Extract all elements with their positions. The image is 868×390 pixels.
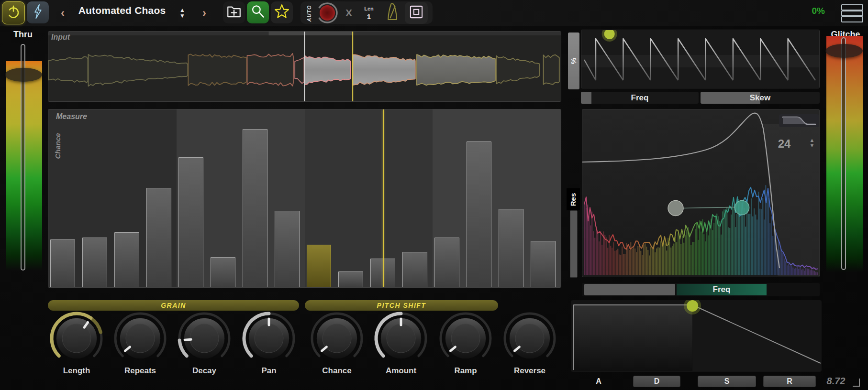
record-button[interactable] (316, 1, 339, 24)
percent-label: % (570, 58, 578, 64)
chance-axis-label: Chance (54, 125, 62, 168)
lfo-waveform (581, 30, 819, 88)
resonance-label-box: Res (567, 188, 580, 210)
clear-button[interactable]: X (342, 6, 356, 20)
glitche-fader-handle[interactable] (825, 44, 863, 58)
plugin-window: ‹ Automated Chaos ▲ ▼ › AUTO (0, 0, 868, 390)
folder-plus-icon (226, 3, 242, 22)
knob-pan[interactable]: Pan (239, 311, 299, 380)
metronome-button[interactable] (383, 2, 403, 23)
search-icon (250, 3, 266, 22)
waveform (48, 32, 561, 101)
env-attack-label[interactable]: A (590, 376, 608, 387)
knob-chance[interactable]: Chance (307, 311, 367, 380)
spinner-down-icon: ▼ (179, 13, 185, 19)
grain-section-header: GRAIN (48, 300, 299, 311)
filter-freq-slider[interactable]: Freq (582, 283, 820, 296)
env-release-slider[interactable]: R (763, 376, 816, 387)
lfo-skew-slider[interactable]: Skew (701, 92, 820, 104)
input-waveform-display[interactable]: Input (48, 31, 561, 102)
knob-length[interactable]: Length (47, 311, 106, 380)
chance-bar[interactable] (499, 209, 523, 287)
next-preset-button[interactable]: › (198, 4, 211, 22)
chance-step-editor[interactable]: Measure Chance (48, 109, 561, 288)
chance-bar[interactable] (275, 211, 300, 287)
browse-presets-button[interactable] (247, 1, 269, 23)
menu-button[interactable] (841, 3, 863, 23)
env-value[interactable]: 8.72 (822, 376, 850, 387)
record-icon (316, 18, 339, 26)
chance-bar[interactable] (114, 232, 139, 287)
star-icon (273, 3, 290, 22)
lfo-display[interactable] (581, 30, 820, 88)
len-value: 1 (367, 12, 371, 21)
filter-freq-fill (584, 284, 675, 295)
env-sustain-slider[interactable]: S (698, 376, 756, 387)
lowpass-slope-icon[interactable] (779, 114, 819, 127)
env-decay-slider[interactable]: D (633, 376, 680, 387)
lightning-icon (31, 3, 45, 22)
power-icon (5, 4, 22, 22)
filter-slope-spinner[interactable]: ▲ ▼ (807, 138, 817, 148)
chance-bar[interactable] (467, 141, 491, 287)
cpu-usage: 0% (796, 6, 825, 16)
lfo-skew-label: Skew (701, 92, 820, 104)
spinner-up-icon: ▲ (179, 8, 185, 13)
chance-bar[interactable] (50, 239, 75, 287)
preset-spinner[interactable]: ▲ ▼ (176, 3, 189, 23)
envelope-display[interactable] (571, 300, 822, 372)
lfo-amount-slider[interactable]: % (568, 32, 579, 89)
knob-label: Ramp (436, 366, 495, 376)
chance-bar[interactable] (338, 271, 363, 287)
len-label: Len (364, 6, 374, 11)
preset-name[interactable]: Automated Chaos (72, 5, 172, 16)
chart-playhead (383, 109, 384, 287)
text-cursor-icon (853, 379, 860, 387)
square-in-square-icon (407, 3, 425, 23)
chevron-left-icon: ‹ (61, 6, 65, 20)
toolbar: ‹ Automated Chaos ▲ ▼ › AUTO (0, 0, 868, 26)
lfo-freq-label: Freq (581, 92, 699, 104)
pitch-shift-section-header: PITCH SHIFT (305, 300, 498, 311)
thru-fader-handle[interactable] (5, 68, 42, 82)
prev-preset-button[interactable]: ‹ (56, 4, 69, 22)
chance-bar[interactable] (178, 157, 203, 287)
knob-label: Repeats (111, 366, 170, 376)
chance-bar[interactable] (211, 257, 235, 287)
resonance-label: Res (569, 193, 578, 206)
knob-ramp[interactable]: Ramp (436, 311, 495, 380)
capture-button[interactable] (405, 2, 428, 24)
thru-label: Thru (2, 30, 44, 40)
glitche-fader-track[interactable] (841, 37, 846, 270)
bypass-button[interactable] (27, 1, 49, 23)
favorite-button[interactable] (271, 1, 293, 23)
measure-title: Measure (56, 112, 87, 121)
save-preset-button[interactable] (223, 1, 245, 23)
knob-decay[interactable]: Decay (175, 311, 234, 380)
resonance-slider[interactable] (570, 210, 578, 278)
knob-label: Length (47, 366, 106, 376)
menu-icon (841, 4, 863, 11)
knob-label: Reverse (500, 366, 559, 376)
knob-label: Amount (371, 366, 431, 376)
spinner-down-icon: ▼ (810, 143, 815, 148)
knob-repeats[interactable]: Repeats (111, 311, 170, 380)
filter-slope-value[interactable]: 24 (773, 137, 795, 151)
chance-bar[interactable] (434, 238, 459, 287)
chance-bar[interactable] (146, 188, 171, 287)
chevron-right-icon: › (202, 6, 206, 20)
knob-amount[interactable]: Amount (371, 311, 431, 380)
envelope-curve (571, 300, 822, 372)
knob-label: Pan (239, 366, 299, 376)
knob-reverse[interactable]: Reverse (500, 311, 559, 380)
chance-bar[interactable] (531, 241, 556, 287)
chance-bar[interactable] (82, 238, 107, 287)
power-button[interactable] (2, 1, 25, 24)
chance-bar[interactable] (402, 252, 427, 287)
filter-spectrum (582, 109, 819, 277)
chance-bar[interactable] (307, 245, 332, 287)
lfo-freq-slider[interactable]: Freq (581, 92, 699, 104)
length-stepper[interactable]: Len 1 (359, 3, 379, 23)
chance-bar[interactable] (243, 129, 267, 287)
filter-display[interactable] (582, 109, 820, 277)
